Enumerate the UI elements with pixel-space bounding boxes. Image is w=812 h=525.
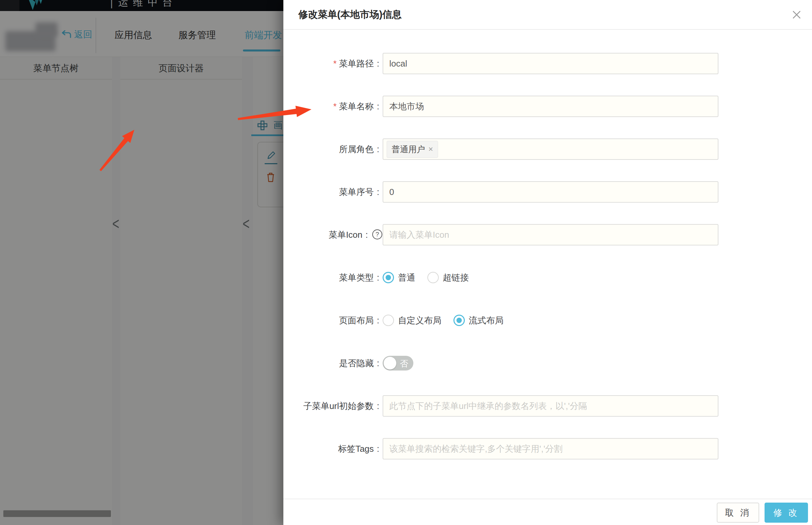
footer-divider (283, 499, 812, 499)
close-icon[interactable] (791, 9, 803, 21)
field-label-layout: 页面布局 (283, 310, 379, 331)
toggle-state-label: 否 (400, 358, 408, 369)
field-label-icon: 菜单Icon (283, 224, 368, 245)
radio-label: 超链接 (443, 272, 469, 284)
app-root: | 运维中台 返回 应用信息 服务管理 前端开发 菜单节点树 (0, 0, 812, 525)
modal-title: 修改菜单(本地市场)信息 (298, 8, 402, 21)
cancel-button[interactable]: 取 消 (717, 502, 759, 523)
field-label-tags: 标签Tags (283, 438, 379, 460)
modal-header: 修改菜单(本地市场)信息 (283, 0, 812, 30)
field-label-params: 子菜单url初始参数 (283, 395, 379, 417)
edit-menu-modal: 修改菜单(本地市场)信息 菜单路径 菜单名称 所属角色 普通用户 × (283, 0, 812, 525)
confirm-modify-button[interactable]: 修 改 (765, 502, 808, 523)
field-label-name: 菜单名称 (283, 96, 379, 117)
role-tag: 普通用户 × (387, 141, 438, 158)
params-input[interactable] (382, 395, 718, 417)
radio-option-hyperlink[interactable]: 超链接 (427, 272, 469, 284)
field-label-hidden: 是否隐藏 (283, 352, 379, 374)
radio-option-custom-layout[interactable]: 自定义布局 (382, 315, 441, 326)
field-label-type: 菜单类型 (283, 267, 379, 288)
order-input[interactable] (382, 181, 718, 202)
toggle-knob (384, 357, 396, 370)
tag-close-icon[interactable]: × (428, 145, 433, 154)
radio-unselected-icon[interactable] (427, 272, 439, 283)
page-layout-radio-group: 自定义布局 流式布局 (382, 310, 503, 331)
radio-label: 普通 (398, 272, 415, 284)
field-label-order: 菜单序号 (283, 181, 379, 202)
path-input[interactable] (382, 53, 718, 74)
radio-selected-icon[interactable] (382, 272, 394, 283)
role-select[interactable]: 普通用户 × (382, 138, 718, 160)
icon-input[interactable] (382, 224, 718, 245)
field-label-path: 菜单路径 (283, 53, 379, 74)
modal-mask[interactable] (0, 0, 283, 525)
icon-help-question-icon[interactable]: ? (372, 229, 382, 239)
field-label-role: 所属角色 (283, 138, 379, 160)
menu-type-radio-group: 普通 超链接 (382, 267, 469, 288)
hidden-toggle[interactable]: 否 (382, 356, 413, 371)
radio-label: 自定义布局 (398, 315, 441, 326)
radio-selected-icon[interactable] (453, 315, 465, 326)
radio-option-flow-layout[interactable]: 流式布局 (453, 315, 503, 326)
tags-input[interactable] (382, 438, 718, 460)
radio-label: 流式布局 (469, 315, 503, 326)
radio-unselected-icon[interactable] (382, 315, 394, 326)
name-input[interactable] (382, 96, 718, 117)
role-tag-label: 普通用户 (392, 144, 425, 155)
radio-option-normal[interactable]: 普通 (382, 272, 415, 284)
